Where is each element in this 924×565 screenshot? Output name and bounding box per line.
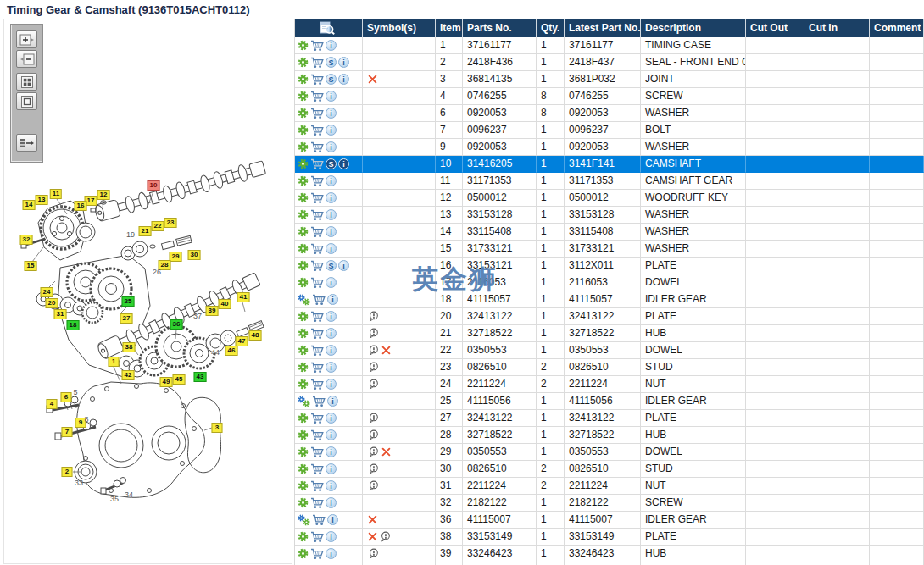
info-icon[interactable]: i — [326, 311, 337, 322]
table-row-item-36[interactable]: i3641115007141115007IDLER GEAR — [295, 512, 924, 529]
cart-icon[interactable] — [310, 226, 324, 238]
info-icon[interactable]: i — [338, 74, 349, 85]
table-row-item-10[interactable]: Si103141620513141F141CAMSHAFT — [295, 156, 924, 173]
table-row-item-7[interactable]: i7009623710096237BOLT — [295, 122, 924, 139]
cart-icon[interactable] — [310, 74, 324, 86]
cart-icon[interactable] — [310, 158, 324, 170]
info-icon[interactable]: i — [326, 548, 337, 559]
diagram-label-40[interactable]: 40 — [219, 299, 231, 309]
info-icon[interactable]: i — [327, 396, 338, 407]
diagram-label-23[interactable]: 23 — [164, 218, 177, 228]
table-row-item-31[interactable]: i31221122422211224NUT — [295, 478, 924, 495]
diagram-label-39[interactable]: 39 — [206, 306, 219, 316]
zoom-in-button[interactable] — [16, 30, 37, 48]
column-header-comment[interactable]: Comment — [870, 19, 924, 37]
cart-icon[interactable] — [310, 531, 324, 543]
column-header-icons[interactable] — [295, 19, 363, 37]
column-header-latest[interactable]: Latest Part No. — [565, 19, 641, 37]
diagram-label-31[interactable]: 31 — [54, 309, 67, 319]
diagram-label-42[interactable]: 42 — [122, 370, 135, 380]
cart-icon[interactable] — [310, 480, 324, 492]
table-row-item-1[interactable]: i137161177137161177TIMING CASE — [295, 37, 924, 54]
cart-icon[interactable] — [310, 91, 324, 102]
gear-icon[interactable] — [298, 277, 309, 288]
cart-icon[interactable] — [310, 345, 324, 357]
table-row-item-9[interactable]: i9092005310920053WASHER — [295, 139, 924, 156]
cart-icon[interactable] — [310, 192, 324, 204]
gear-icon[interactable] — [298, 57, 309, 68]
diagram-label-13[interactable]: 13 — [36, 195, 48, 205]
cart-icon[interactable] — [310, 311, 324, 323]
info-icon[interactable]: i — [326, 429, 337, 440]
cart-icon[interactable] — [310, 379, 324, 391]
info-icon[interactable]: i — [338, 260, 349, 271]
cart-icon[interactable] — [310, 328, 324, 340]
table-row-item-22[interactable]: i22035055310350553DOWEL — [295, 342, 924, 359]
info-icon[interactable]: i — [326, 328, 337, 339]
diagram-label-12[interactable]: 12 — [97, 190, 110, 200]
info-icon[interactable]: i — [326, 226, 337, 237]
gear-icon[interactable] — [298, 175, 309, 186]
gear-icon[interactable] — [298, 429, 309, 440]
table-row-item-12[interactable]: i12050001210500012WOODRUFF KEY — [295, 190, 924, 207]
gear-icon[interactable] — [298, 379, 309, 390]
cart-icon[interactable] — [310, 260, 324, 272]
info-icon[interactable]: i — [338, 158, 349, 169]
info-icon[interactable]: i — [327, 514, 338, 525]
gear-icon[interactable] — [298, 328, 309, 339]
double-gear-icon[interactable] — [298, 294, 310, 306]
table-row-item-15[interactable]: i1531733121131733121WASHER — [295, 241, 924, 258]
cart-icon[interactable] — [310, 497, 324, 509]
diagram-label-11[interactable]: 11 — [50, 189, 62, 199]
table-row-item-38[interactable]: i3833153149133153149PLATE — [295, 529, 924, 546]
table-row-item-13[interactable]: i1333153128133153128WASHER — [295, 207, 924, 224]
table-row-item-18[interactable]: i1841115057141115057IDLER GEAR — [295, 291, 924, 308]
table-row-item-30[interactable]: i30082651020826510STUD — [295, 461, 924, 478]
diagram-label-18[interactable]: 18 — [67, 320, 80, 330]
cart-icon[interactable] — [312, 514, 326, 526]
diagram-label-22[interactable]: 22 — [152, 221, 164, 231]
gear-icon[interactable] — [298, 158, 309, 169]
cart-icon[interactable] — [310, 243, 324, 255]
info-icon[interactable]: i — [326, 192, 337, 203]
diagram-label-48[interactable]: 48 — [249, 330, 262, 341]
info-icon[interactable]: i — [326, 446, 337, 457]
table-row-item-3[interactable]: Si33681413513681P032JOINT — [295, 71, 924, 88]
table-row-item-25[interactable]: i2541115056141115056IDLER GEAR — [295, 393, 924, 410]
diagram-label-24[interactable]: 24 — [41, 287, 53, 297]
info-icon[interactable]: i — [326, 175, 337, 186]
zoom-out-button[interactable] — [16, 50, 37, 68]
diagram-label-21[interactable]: 21 — [139, 226, 152, 236]
diagram-label-29[interactable]: 29 — [170, 252, 182, 262]
table-row-item-24[interactable]: i24221122422211224NUT — [295, 376, 924, 393]
diagram-label-38[interactable]: 38 — [123, 342, 136, 352]
diagram-label-10[interactable]: 10 — [148, 180, 160, 191]
column-header-desc[interactable]: Description — [641, 19, 746, 37]
diagram-label-47[interactable]: 47 — [236, 336, 248, 346]
table-row-item-16[interactable]: Si163315312113112X011PLATE — [295, 258, 924, 274]
info-icon[interactable]: i — [326, 91, 337, 102]
cart-icon[interactable] — [310, 429, 324, 441]
table-row-item-29[interactable]: i29035055310350553DOWEL — [295, 444, 924, 461]
gear-icon[interactable] — [298, 226, 309, 237]
table-row-item-21[interactable]: i2132718522132718522HUB — [295, 325, 924, 342]
gear-icon[interactable] — [298, 497, 309, 508]
table-row-item-23[interactable]: i23082651020826510STUD — [295, 359, 924, 376]
info-icon[interactable]: i — [338, 57, 349, 68]
table-row-item-2[interactable]: Si22418F43612418F437SEAL - FRONT END OIL — [295, 54, 924, 71]
diagram-label-4[interactable]: 4 — [47, 399, 58, 409]
info-icon[interactable]: i — [326, 243, 337, 254]
double-gear-icon[interactable] — [298, 514, 310, 526]
gear-icon[interactable] — [298, 413, 309, 424]
gear-icon[interactable] — [298, 446, 309, 457]
cart-icon[interactable] — [310, 548, 324, 560]
diagram-label-1[interactable]: 1 — [109, 357, 120, 367]
gear-icon[interactable] — [298, 74, 309, 85]
column-header-cut_out[interactable]: Cut Out — [746, 19, 804, 37]
table-row-item-11[interactable]: i1131171353131171353CAMSHAFT GEAR — [295, 173, 924, 190]
double-gear-icon[interactable] — [298, 396, 310, 407]
cart-icon[interactable] — [310, 125, 324, 136]
column-header-cut_in[interactable]: Cut In — [804, 19, 870, 37]
cart-icon[interactable] — [312, 396, 326, 407]
diagram-label-46[interactable]: 46 — [225, 346, 238, 356]
